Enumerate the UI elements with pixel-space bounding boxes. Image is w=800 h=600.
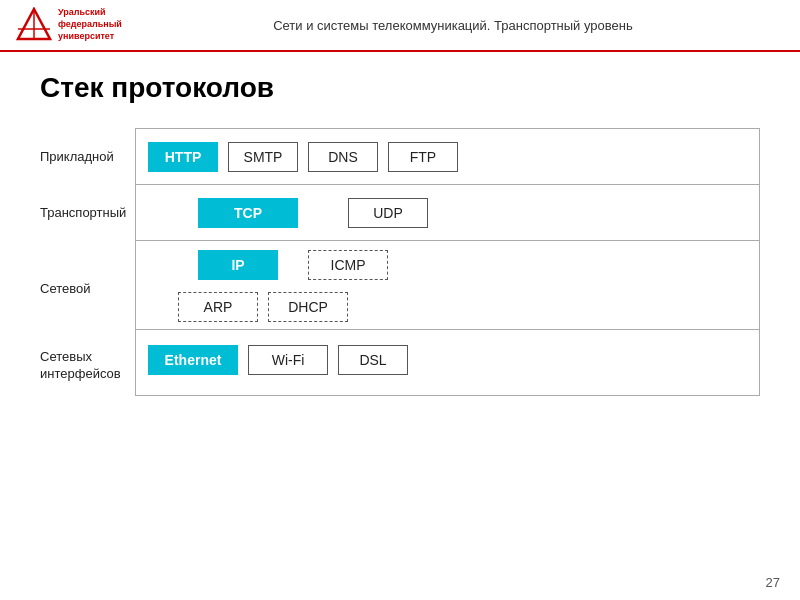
datalink-layer: Ethernet Wi-Fi DSL (136, 330, 759, 390)
label-network: Сетевой (40, 240, 127, 336)
proto-tcp: TCP (198, 198, 298, 228)
label-datalink: Сетевых интерфейсов (40, 336, 127, 396)
proto-ip: IP (198, 250, 278, 280)
diagram-box: HTTP SMTP DNS FTP TCP UDP IP ICMP (135, 128, 760, 396)
network-bottom-row: ARP DHCP (136, 289, 759, 329)
logo-text: Уральский федеральный университет (58, 7, 122, 42)
label-transport: Транспортный (40, 184, 127, 240)
logo-icon (16, 7, 52, 43)
proto-dns: DNS (308, 142, 378, 172)
transport-layer: TCP UDP (136, 185, 759, 241)
proto-http: HTTP (148, 142, 218, 172)
application-layer: HTTP SMTP DNS FTP (136, 129, 759, 185)
logo-area: Уральский федеральный университет (16, 7, 122, 43)
proto-udp: UDP (348, 198, 428, 228)
proto-dsl: DSL (338, 345, 408, 375)
network-layer: IP ICMP ARP DHCP (136, 241, 759, 330)
proto-dhcp: DHCP (268, 292, 348, 322)
proto-wifi: Wi-Fi (248, 345, 328, 375)
proto-ethernet: Ethernet (148, 345, 238, 375)
proto-arp: ARP (178, 292, 258, 322)
network-top-row: IP ICMP (136, 241, 759, 289)
page-number: 27 (766, 575, 780, 590)
proto-icmp: ICMP (308, 250, 388, 280)
layer-labels: Прикладной Транспортный Сетевой Сетевых … (40, 128, 135, 396)
proto-smtp: SMTP (228, 142, 298, 172)
page-title: Стек протоколов (40, 72, 760, 104)
proto-ftp: FTP (388, 142, 458, 172)
label-application: Прикладной (40, 128, 127, 184)
header-title: Сети и системы телекоммуникаций. Транспо… (122, 18, 784, 33)
header: Уральский федеральный университет Сети и… (0, 0, 800, 52)
content: Стек протоколов Прикладной Транспортный … (0, 52, 800, 416)
